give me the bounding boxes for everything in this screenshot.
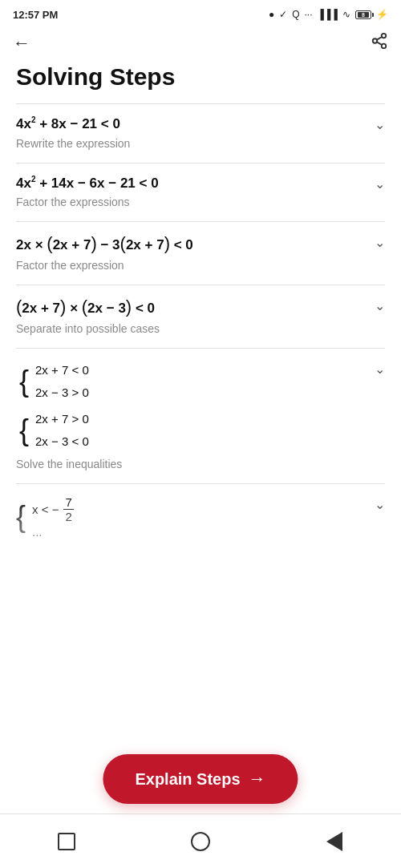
signal-icon: ▐▐▐ (317, 9, 338, 20)
status-time: 12:57 PM (13, 9, 58, 21)
status-icons: ● ✓ Q ··· ▐▐▐ ∿ 8 ⚡ (269, 9, 388, 20)
nav-square-button[interactable] (55, 830, 79, 854)
step-3-row: 2x × (2x + 7) − 3(2x + 7) < 0 Factor the… (16, 221, 385, 285)
step-5-label: Solve the inequalities (16, 458, 385, 470)
share-button[interactable] (371, 32, 388, 54)
fraction-7-2: 7 2 (63, 495, 73, 523)
status-bar: 12:57 PM ● ✓ Q ··· ▐▐▐ ∿ 8 ⚡ (0, 0, 401, 26)
explain-btn-container: Explain Steps → (103, 754, 298, 804)
step-5-expression: { 2x + 7 < 0 2x − 3 > 0 { 2x + 7 > 0 2x … (16, 360, 385, 451)
steps-container: 4x2 + 8x − 21 < 0 Rewrite the expression… (0, 103, 401, 580)
back-button[interactable]: ← (13, 33, 30, 54)
step-1-row: 4x2 + 8x − 21 < 0 Rewrite the expression… (16, 103, 385, 163)
brace-2-lines: 2x + 7 > 0 2x − 3 < 0 (35, 409, 89, 451)
battery-icon: 8 (355, 10, 371, 19)
step-2-chevron[interactable]: ⌄ (375, 176, 385, 192)
circle-icon (191, 832, 210, 851)
step-4-row: (2x + 7) × (2x − 3) < 0 Separate into po… (16, 285, 385, 348)
step-6-row: { x < − 7 2 ... ⌄ (16, 483, 385, 580)
toolbar: ← (0, 26, 401, 60)
brace-group-1: { 2x + 7 < 0 2x − 3 > 0 (19, 360, 385, 402)
step-4-label: Separate into possible cases (16, 322, 385, 335)
square-icon (58, 833, 75, 850)
brace-group-3: { x < − 7 2 ... (16, 495, 385, 539)
nav-circle-button[interactable] (188, 830, 213, 854)
step-6-partial: { x < − 7 2 ... (16, 495, 385, 575)
search-icon: Q (292, 9, 299, 20)
brace-1-lines: 2x + 7 < 0 2x − 3 > 0 (35, 360, 89, 402)
brace-2: { (19, 409, 29, 451)
page-title: Solving Steps (0, 60, 401, 103)
explain-steps-arrow: → (249, 769, 266, 789)
battery-level: 8 (358, 12, 369, 18)
step-3-chevron[interactable]: ⌄ (375, 235, 385, 250)
wifi-icon: ∿ (342, 9, 350, 20)
brace-3: { (16, 495, 26, 539)
step-2-expression: 4x2 + 14x − 6x − 21 < 0 (16, 175, 385, 192)
bottom-nav (0, 813, 401, 868)
explain-steps-label: Explain Steps (135, 770, 240, 789)
step-5-row: { 2x + 7 < 0 2x − 3 > 0 { 2x + 7 > 0 2x … (16, 348, 385, 483)
step-4-expression: (2x + 7) × (2x − 3) < 0 (16, 297, 385, 317)
step-1-expression: 4x2 + 8x − 21 < 0 (16, 115, 385, 132)
step-4-chevron[interactable]: ⌄ (375, 298, 385, 313)
step-1-label: Rewrite the expression (16, 137, 385, 150)
nav-back-button[interactable] (322, 830, 346, 854)
more-icon: ··· (304, 9, 312, 20)
explain-steps-button[interactable]: Explain Steps → (103, 754, 298, 804)
step-3-expression: 2x × (2x + 7) − 3(2x + 7) < 0 (16, 233, 385, 254)
message-icon: ● (269, 9, 274, 20)
brace-1: { (19, 360, 29, 402)
step-2-label: Factor the expressions (16, 196, 385, 208)
step-3-label: Factor the expression (16, 259, 385, 272)
step-6-chevron[interactable]: ⌄ (375, 497, 385, 512)
brace-3-lines: x < − 7 2 ... (32, 495, 75, 539)
step-1-chevron[interactable]: ⌄ (375, 117, 385, 132)
triangle-icon (326, 832, 342, 851)
step-5-chevron[interactable]: ⌄ (375, 361, 385, 377)
step-2-row: 4x2 + 14x − 6x − 21 < 0 Factor the expre… (16, 163, 385, 222)
svg-line-3 (377, 42, 382, 45)
check-icon: ✓ (279, 9, 287, 20)
bolt-icon: ⚡ (376, 9, 388, 20)
brace-group-2: { 2x + 7 > 0 2x − 3 < 0 (19, 409, 385, 451)
svg-line-4 (377, 37, 382, 40)
